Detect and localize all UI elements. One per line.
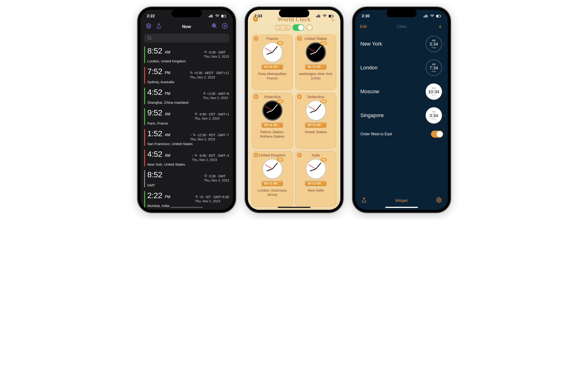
delete-icon[interactable]: ✕ (297, 94, 302, 99)
delete-icon[interactable]: ✕ (297, 153, 302, 158)
day-label: THU (432, 46, 436, 49)
chevron-right-icon: › (444, 41, 445, 47)
widget-tab-label[interactable]: Widget (395, 198, 408, 203)
city-name: Paris, France (147, 121, 229, 125)
edit-button[interactable]: Edit (360, 24, 367, 29)
delete-icon[interactable]: ✕ (254, 94, 258, 99)
location-label: washington,New York (USA) (298, 72, 334, 81)
home-indicator[interactable] (385, 207, 418, 208)
order-setting-label: Order West to East (360, 132, 392, 136)
city-time: 7:52 (147, 67, 162, 76)
ampm-label: PM (165, 195, 170, 199)
analog-clock-icon (262, 159, 282, 179)
svg-point-3 (148, 25, 149, 27)
offset-label: +0 · IST · GMT+5:30 (199, 195, 229, 199)
delete-icon[interactable]: ✕ (254, 153, 258, 158)
time-disc: AM 10:34 THU (426, 83, 442, 100)
status-stripe (144, 108, 145, 125)
add-icon[interactable]: ＋ (330, 15, 336, 24)
clock-grid[interactable]: ✕ France AM 02-11-20… Paris,Metropolitan… (248, 34, 340, 210)
city-row[interactable]: Singapore PM 3:34 THU › (360, 103, 448, 127)
date-pill: 02-11-20… (305, 180, 327, 187)
order-toggle[interactable] (431, 130, 443, 138)
city-row[interactable]: 8:52 -5:30 · GMT Thu, Nov 2, 2023 GMT (144, 168, 229, 189)
location-label: Vostok Station (305, 130, 327, 134)
share-icon[interactable] (361, 197, 367, 204)
svg-point-11 (196, 196, 197, 197)
home-indicator[interactable] (278, 207, 310, 208)
ampm-badge: AM (320, 41, 327, 45)
city-row[interactable]: 4:52 AM • -9:30 · EDT · GMT−4 Thu, Nov 2… (144, 148, 229, 168)
analog-mode-icon[interactable] (307, 25, 312, 31)
clock-tile[interactable]: ✕ United Kingdom AM 02-11-20… London, Gu… (252, 151, 293, 206)
chevron-right-icon: › (444, 113, 445, 118)
city-row[interactable]: 9:52 AM -4:30 · CET · GMT+1 Thu, Nov 2, … (144, 106, 229, 127)
city-row[interactable]: 2:22 PM +0 · IST · GMT+5:30 Thu, Nov 2, … (144, 189, 229, 210)
status-stripe (144, 46, 145, 63)
page-title: Cities (397, 24, 407, 29)
offset-label: +5:30 · AEDT · GMT+11 (194, 71, 229, 75)
svg-point-9 (195, 113, 197, 114)
status-stripe (144, 129, 145, 146)
status-stripe (144, 67, 145, 84)
daynight-icon (190, 71, 193, 75)
search-input[interactable] (144, 34, 229, 42)
city-row[interactable]: 8:52 AM -5:30 · GMT Thu, Nov 2, 2023 Lon… (144, 44, 229, 65)
analog-clock-icon (306, 42, 326, 62)
offset-label: -5:30 · GMT (208, 174, 226, 178)
delete-icon[interactable]: ✕ (254, 36, 258, 41)
ampm-label: AM (432, 39, 436, 42)
alert-dot-icon: • (192, 154, 193, 158)
day-label: THU (432, 70, 436, 73)
city-row[interactable]: London AM 7:34 THU › (360, 56, 448, 80)
digital-mode-icon[interactable]: 12:34 (276, 25, 290, 30)
clock-tile[interactable]: ✕ Antarctica AM 02-11-20… Palmer Station… (252, 93, 293, 148)
cities-list[interactable]: New York AM 3:34 THU › London AM 7:34 TH… (355, 32, 448, 127)
city-list[interactable]: 8:52 AM -5:30 · GMT Thu, Nov 2, 2023 Lon… (140, 44, 233, 210)
home-indicator[interactable] (170, 207, 203, 208)
daynight-icon (194, 154, 198, 158)
date-pill: 02-11-20… (305, 64, 327, 70)
date-label: Thu, Nov 2, 2023 (190, 137, 229, 141)
daynight-icon (195, 195, 198, 199)
svg-rect-1 (222, 15, 223, 17)
city-time: 4:52 (147, 88, 162, 97)
add-icon[interactable] (222, 23, 228, 30)
ampm-label: AM (165, 133, 170, 137)
location-label: New Delhi (308, 188, 324, 193)
delete-icon[interactable]: ✕ (297, 36, 302, 41)
ampm-badge: PM (320, 158, 327, 162)
world-search-icon[interactable] (212, 23, 217, 30)
city-row[interactable]: New York AM 3:34 THU › (360, 32, 448, 56)
city-time: 8:52 (147, 170, 162, 179)
date-pill: 02-11-20… (261, 64, 283, 70)
offset-label: +2:30 · GMT+8 (207, 92, 229, 96)
settings-icon[interactable] (436, 197, 442, 204)
add-button[interactable]: ＋ (437, 22, 443, 31)
status-time: 2:30 (362, 14, 370, 18)
svg-rect-18 (440, 16, 441, 17)
city-row[interactable]: 1:52 AM • -12:30 · PDT · GMT−7 Thu, Nov … (144, 127, 229, 148)
alert-dot-icon: • (190, 133, 191, 137)
alarm-icon[interactable] (252, 15, 259, 24)
day-label: THU (432, 94, 436, 97)
city-time: 9:52 (147, 108, 162, 117)
clock-tile[interactable]: ✕ Antarctica PM 02-11-20… Vostok Station (296, 93, 336, 148)
share-icon[interactable] (156, 23, 162, 30)
status-time: 2:22 (147, 14, 155, 18)
date-label: Thu, Nov 2, 2023 (204, 54, 229, 59)
date-label: Thu, Nov 2, 2023 (195, 199, 229, 203)
city-row[interactable]: 7:52 PM +5:30 · AEDT · GMT+11 Thu, Nov 2… (144, 65, 229, 86)
mode-bar: 12:34 (252, 24, 336, 31)
svg-rect-2 (225, 16, 226, 17)
city-row[interactable]: Moscow AM 10:34 THU › (360, 80, 448, 103)
clock-tile[interactable]: ✕ United States AM 02-11-20… washington,… (296, 34, 336, 90)
mode-toggle[interactable] (292, 24, 304, 31)
clock-tile[interactable]: ✕ France AM 02-11-20… Paris,Metropolitan… (252, 34, 293, 90)
daynight-icon (204, 174, 207, 178)
header: ＋ World Clock 12:34 (248, 22, 340, 34)
settings-icon[interactable] (146, 23, 152, 30)
clock-tile[interactable]: ✕ India PM 02-11-20… New Delhi (296, 151, 336, 206)
time-label: 3:34 (429, 113, 438, 118)
city-row[interactable]: 4:52 PM +2:30 · GMT+8 Thu, Nov 2, 2023 S… (144, 86, 229, 106)
